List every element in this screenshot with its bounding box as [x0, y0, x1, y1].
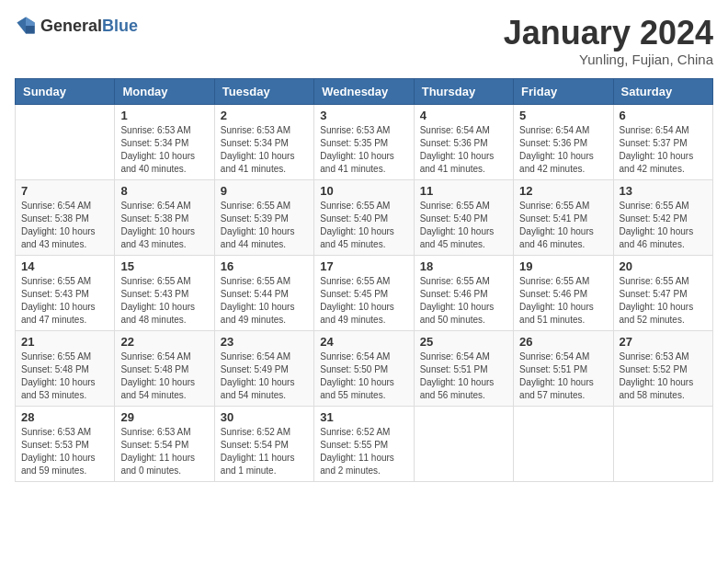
week-row-3: 14Sunrise: 6:55 AM Sunset: 5:43 PM Dayli… — [16, 255, 713, 330]
logo-icon — [15, 15, 37, 37]
table-row — [414, 406, 513, 481]
day-info: Sunrise: 6:53 AM Sunset: 5:52 PM Dayligh… — [620, 350, 707, 402]
day-info: Sunrise: 6:55 AM Sunset: 5:44 PM Dayligh… — [221, 275, 308, 327]
day-number: 19 — [519, 259, 607, 273]
day-number: 18 — [420, 259, 507, 273]
day-info: Sunrise: 6:54 AM Sunset: 5:36 PM Dayligh… — [519, 124, 607, 176]
day-info: Sunrise: 6:55 AM Sunset: 5:42 PM Dayligh… — [620, 200, 707, 251]
day-info: Sunrise: 6:55 AM Sunset: 5:43 PM Dayligh… — [21, 275, 108, 327]
svg-marker-2 — [26, 26, 35, 33]
table-row — [514, 406, 613, 481]
table-row: 12Sunrise: 6:55 AM Sunset: 5:41 PM Dayli… — [514, 179, 613, 255]
location-subtitle: Yunling, Fujian, China — [504, 52, 713, 67]
day-number: 7 — [21, 184, 108, 198]
day-number: 15 — [120, 259, 208, 273]
day-info: Sunrise: 6:54 AM Sunset: 5:36 PM Dayligh… — [420, 124, 507, 176]
logo: GeneralBlue — [15, 15, 138, 37]
day-info: Sunrise: 6:55 AM Sunset: 5:46 PM Dayligh… — [420, 275, 507, 327]
title-block: January 2024 Yunling, Fujian, China — [504, 15, 713, 67]
table-row: 21Sunrise: 6:55 AM Sunset: 5:48 PM Dayli… — [16, 330, 115, 406]
table-row: 14Sunrise: 6:55 AM Sunset: 5:43 PM Dayli… — [16, 255, 115, 330]
week-row-2: 7Sunrise: 6:54 AM Sunset: 5:38 PM Daylig… — [16, 179, 713, 255]
day-info: Sunrise: 6:53 AM Sunset: 5:34 PM Dayligh… — [120, 124, 208, 176]
table-row: 31Sunrise: 6:52 AM Sunset: 5:55 PM Dayli… — [314, 406, 414, 481]
table-row: 6Sunrise: 6:54 AM Sunset: 5:37 PM Daylig… — [613, 104, 712, 179]
table-row: 24Sunrise: 6:54 AM Sunset: 5:50 PM Dayli… — [314, 330, 414, 406]
day-info: Sunrise: 6:55 AM Sunset: 5:48 PM Dayligh… — [21, 350, 108, 402]
table-row: 28Sunrise: 6:53 AM Sunset: 5:53 PM Dayli… — [16, 406, 115, 481]
svg-marker-1 — [26, 17, 35, 26]
day-info: Sunrise: 6:53 AM Sunset: 5:53 PM Dayligh… — [21, 426, 108, 477]
table-row: 22Sunrise: 6:54 AM Sunset: 5:48 PM Dayli… — [115, 330, 214, 406]
day-number: 4 — [420, 109, 507, 122]
day-number: 3 — [320, 109, 407, 122]
table-row: 27Sunrise: 6:53 AM Sunset: 5:52 PM Dayli… — [613, 330, 712, 406]
day-number: 24 — [320, 335, 407, 349]
day-info: Sunrise: 6:55 AM Sunset: 5:40 PM Dayligh… — [420, 200, 507, 251]
day-number: 23 — [221, 335, 308, 349]
table-row: 8Sunrise: 6:54 AM Sunset: 5:38 PM Daylig… — [115, 179, 214, 255]
day-number: 17 — [320, 259, 407, 273]
table-row: 1Sunrise: 6:53 AM Sunset: 5:34 PM Daylig… — [115, 104, 214, 179]
day-number: 6 — [620, 109, 707, 122]
table-row: 13Sunrise: 6:55 AM Sunset: 5:42 PM Dayli… — [613, 179, 712, 255]
table-row: 9Sunrise: 6:55 AM Sunset: 5:39 PM Daylig… — [214, 179, 313, 255]
day-number: 8 — [120, 184, 208, 198]
day-info: Sunrise: 6:55 AM Sunset: 5:43 PM Dayligh… — [120, 275, 208, 327]
day-number: 10 — [320, 184, 407, 198]
table-row: 23Sunrise: 6:54 AM Sunset: 5:49 PM Dayli… — [214, 330, 313, 406]
header-row: Sunday Monday Tuesday Wednesday Thursday… — [16, 78, 713, 104]
day-info: Sunrise: 6:54 AM Sunset: 5:49 PM Dayligh… — [221, 350, 308, 402]
day-number: 28 — [21, 410, 108, 424]
col-wednesday: Wednesday — [314, 78, 414, 104]
table-row: 26Sunrise: 6:54 AM Sunset: 5:51 PM Dayli… — [514, 330, 613, 406]
col-sunday: Sunday — [16, 78, 115, 104]
day-number: 2 — [221, 109, 308, 122]
month-title: January 2024 — [504, 15, 713, 52]
day-number: 16 — [221, 259, 308, 273]
day-number: 13 — [620, 184, 707, 198]
day-number: 14 — [21, 259, 108, 273]
day-number: 30 — [221, 410, 308, 424]
day-info: Sunrise: 6:54 AM Sunset: 5:38 PM Dayligh… — [120, 200, 208, 251]
table-row — [613, 406, 712, 481]
table-row: 25Sunrise: 6:54 AM Sunset: 5:51 PM Dayli… — [414, 330, 513, 406]
day-number: 5 — [519, 109, 607, 122]
table-row: 29Sunrise: 6:53 AM Sunset: 5:54 PM Dayli… — [115, 406, 214, 481]
logo-text: GeneralBlue — [40, 17, 138, 36]
day-number: 31 — [320, 410, 407, 424]
day-info: Sunrise: 6:54 AM Sunset: 5:50 PM Dayligh… — [320, 350, 407, 402]
col-friday: Friday — [514, 78, 613, 104]
day-number: 12 — [519, 184, 607, 198]
day-info: Sunrise: 6:54 AM Sunset: 5:48 PM Dayligh… — [120, 350, 208, 402]
page-header: GeneralBlue January 2024 Yunling, Fujian… — [15, 15, 713, 67]
day-number: 27 — [620, 335, 707, 349]
day-info: Sunrise: 6:55 AM Sunset: 5:41 PM Dayligh… — [519, 200, 607, 251]
logo-general: General — [40, 17, 102, 35]
col-tuesday: Tuesday — [214, 78, 313, 104]
day-info: Sunrise: 6:53 AM Sunset: 5:35 PM Dayligh… — [320, 124, 407, 176]
day-info: Sunrise: 6:55 AM Sunset: 5:47 PM Dayligh… — [620, 275, 707, 327]
table-row: 19Sunrise: 6:55 AM Sunset: 5:46 PM Dayli… — [514, 255, 613, 330]
day-number: 20 — [620, 259, 707, 273]
logo-blue: Blue — [102, 17, 138, 35]
day-number: 22 — [120, 335, 208, 349]
table-row: 5Sunrise: 6:54 AM Sunset: 5:36 PM Daylig… — [514, 104, 613, 179]
day-info: Sunrise: 6:55 AM Sunset: 5:45 PM Dayligh… — [320, 275, 407, 327]
day-number: 26 — [519, 335, 607, 349]
table-row: 7Sunrise: 6:54 AM Sunset: 5:38 PM Daylig… — [16, 179, 115, 255]
table-row: 10Sunrise: 6:55 AM Sunset: 5:40 PM Dayli… — [314, 179, 414, 255]
day-info: Sunrise: 6:53 AM Sunset: 5:54 PM Dayligh… — [120, 426, 208, 477]
day-number: 25 — [420, 335, 507, 349]
day-number: 21 — [21, 335, 108, 349]
table-row: 18Sunrise: 6:55 AM Sunset: 5:46 PM Dayli… — [414, 255, 513, 330]
col-thursday: Thursday — [414, 78, 513, 104]
day-number: 1 — [120, 109, 208, 122]
day-info: Sunrise: 6:54 AM Sunset: 5:38 PM Dayligh… — [21, 200, 108, 251]
col-saturday: Saturday — [613, 78, 712, 104]
day-info: Sunrise: 6:54 AM Sunset: 5:37 PM Dayligh… — [620, 124, 707, 176]
day-info: Sunrise: 6:55 AM Sunset: 5:39 PM Dayligh… — [221, 200, 308, 251]
day-info: Sunrise: 6:52 AM Sunset: 5:55 PM Dayligh… — [320, 426, 407, 477]
calendar-table: Sunday Monday Tuesday Wednesday Thursday… — [15, 78, 713, 482]
day-info: Sunrise: 6:54 AM Sunset: 5:51 PM Dayligh… — [519, 350, 607, 402]
